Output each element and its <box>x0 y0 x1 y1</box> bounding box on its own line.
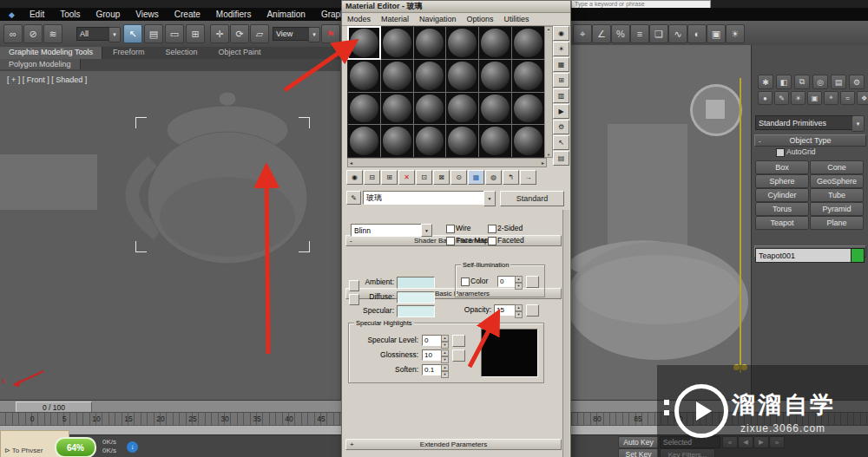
perspective-viewport[interactable] <box>570 45 751 401</box>
menu-modifiers[interactable]: Modifiers <box>208 10 260 19</box>
glossiness-map-button[interactable] <box>452 349 465 362</box>
sample-slot[interactable] <box>479 125 511 157</box>
glossiness-spinner[interactable]: ▲▼ <box>441 349 449 363</box>
sample-slot[interactable] <box>479 60 511 92</box>
tab-polygon-modeling[interactable]: Polygon Modeling <box>0 59 81 69</box>
auto-key-button[interactable]: Auto Key <box>618 436 659 448</box>
cylinder-button[interactable]: Cylinder <box>755 188 809 202</box>
box-button[interactable]: Box <box>755 160 809 174</box>
put-material-to-scene-icon[interactable]: ⊟ <box>364 170 380 185</box>
faceted-checkbox[interactable] <box>488 237 496 245</box>
material-editor-titlebar[interactable]: Material Editor - 玻璃 <box>342 1 570 13</box>
material-name-arrow-icon[interactable]: ▼ <box>483 191 496 206</box>
sample-slot[interactable] <box>479 93 511 125</box>
material-type-button[interactable]: Standard <box>500 191 564 206</box>
front-viewport[interactable]: [ + ] [ Front ] [ Shaded ] x <box>0 71 340 400</box>
tube-button[interactable]: Tube <box>810 188 864 202</box>
render-production-icon[interactable]: ☀ <box>726 24 745 43</box>
hierarchy-tab-icon[interactable]: ⧉ <box>794 75 810 89</box>
menu-edit[interactable]: Edit <box>22 10 52 19</box>
sample-slot[interactable] <box>348 27 380 59</box>
geosphere-button[interactable]: GeoSphere <box>810 174 864 188</box>
tab-object-paint[interactable]: Object Paint <box>207 47 271 59</box>
curve-editor-icon[interactable]: ∿ <box>668 24 687 43</box>
sample-slot[interactable] <box>381 60 413 92</box>
extended-parameters-rollout[interactable]: + Extended Parameters <box>345 439 562 450</box>
app-menu-icon[interactable]: ◆ <box>9 10 15 19</box>
sample-slot[interactable] <box>381 93 413 125</box>
snaps-toggle-icon[interactable]: ⌖ <box>573 24 592 43</box>
plane-button[interactable]: Plane <box>810 216 864 230</box>
sample-slot[interactable] <box>512 60 544 92</box>
space-warps-icon[interactable]: ≈ <box>840 91 855 105</box>
menu-animation[interactable]: Animation <box>259 10 312 19</box>
pick-material-eyedropper-icon[interactable]: ✎ <box>346 191 361 205</box>
select-object-icon[interactable]: ↖ <box>123 24 142 43</box>
torus-button[interactable]: Torus <box>755 202 809 216</box>
two-sided-checkbox[interactable] <box>488 225 496 233</box>
layer-manager-icon[interactable]: ❏ <box>649 24 668 43</box>
tab-freeform[interactable]: Freeform <box>102 47 155 59</box>
specular-level-value[interactable]: 0 <box>422 335 443 346</box>
window-crossing-icon[interactable]: ⊞ <box>186 24 205 43</box>
shader-type-arrow-icon[interactable]: ▼ <box>421 224 432 237</box>
display-tab-icon[interactable]: ▤ <box>831 75 846 89</box>
show-end-result-icon[interactable]: ◍ <box>485 170 502 185</box>
scroll-down-icon[interactable]: ▼ <box>547 153 550 157</box>
sample-slot[interactable] <box>348 93 380 125</box>
named-selection-icon[interactable]: ⚑ <box>321 24 340 43</box>
viewport-label[interactable]: [ + ] [ Front ] [ Shaded ] <box>7 75 87 84</box>
autogrid-checkbox[interactable] <box>776 148 785 157</box>
helpers-icon[interactable]: ⌖ <box>824 91 838 105</box>
material-editor-icon[interactable]: ◐ <box>687 24 707 43</box>
opacity-value[interactable]: 15 <box>494 304 516 316</box>
sample-uv-tiling-icon[interactable]: ⊞ <box>553 73 569 88</box>
glossiness-value[interactable]: 10 <box>422 349 443 361</box>
menu-material[interactable]: Material <box>376 15 414 23</box>
cameras-icon[interactable]: ▣ <box>807 91 822 105</box>
angle-snap-icon[interactable]: ∠ <box>592 24 611 43</box>
scroll-up-icon[interactable]: ▲ <box>547 27 550 31</box>
menu-group[interactable]: Group <box>89 10 128 19</box>
tab-graphite-modeling-tools[interactable]: Graphite Modeling Tools <box>0 47 102 59</box>
geometry-icon[interactable]: ● <box>758 91 773 105</box>
make-material-copy-icon[interactable]: ⊡ <box>416 170 432 185</box>
sample-slot[interactable] <box>479 27 511 59</box>
sample-slot[interactable] <box>512 125 544 157</box>
slots-horizontal-scrollbar[interactable]: ◄ ► <box>347 158 547 167</box>
systems-icon[interactable]: ❖ <box>857 91 868 105</box>
put-to-library-icon[interactable]: ⊠ <box>433 170 450 185</box>
menu-utilities[interactable]: Utilities <box>499 15 535 23</box>
slots-vertical-scrollbar[interactable]: ▲ ▼ <box>544 26 553 158</box>
progress-badge[interactable]: 64% <box>55 437 96 457</box>
shader-type-dropdown[interactable]: Blinn <box>351 224 424 237</box>
parameters-scrollbar[interactable] <box>562 210 569 457</box>
opacity-spinner[interactable]: ▲▼ <box>515 304 523 318</box>
go-to-parent-icon[interactable]: ↰ <box>503 170 519 185</box>
motion-tab-icon[interactable]: ◎ <box>812 75 828 89</box>
select-by-name-icon[interactable]: ▤ <box>144 24 163 43</box>
sample-slot[interactable] <box>348 125 380 157</box>
shapes-icon[interactable]: ✎ <box>774 91 789 105</box>
opacity-map-button[interactable] <box>526 304 539 317</box>
selection-region-icon[interactable]: ▭ <box>165 24 184 43</box>
teapot-object-right[interactable] <box>570 210 751 366</box>
soften-value[interactable]: 0.1 <box>422 364 443 375</box>
options-icon[interactable]: ⚙ <box>553 120 569 134</box>
sample-slot[interactable] <box>414 60 446 92</box>
teapot-object[interactable] <box>122 87 321 269</box>
self-illum-value[interactable]: 0 <box>497 276 516 287</box>
menu-modes[interactable]: Modes <box>342 15 376 23</box>
align-icon[interactable]: ≡ <box>630 24 649 43</box>
teapot-button[interactable]: Teapot <box>755 216 809 230</box>
sample-slot[interactable] <box>414 27 446 59</box>
specular-color-swatch[interactable] <box>397 305 435 317</box>
sample-slot[interactable] <box>414 125 446 157</box>
modify-tab-icon[interactable]: ◧ <box>776 75 792 89</box>
self-illum-color-checkbox[interactable] <box>461 277 470 286</box>
sample-slot[interactable] <box>348 60 380 92</box>
specular-level-spinner[interactable]: ▲▼ <box>441 335 449 349</box>
scroll-left-icon[interactable]: ◄ <box>349 160 353 166</box>
sample-slot[interactable] <box>446 60 478 92</box>
sphere-button[interactable]: Sphere <box>755 174 809 188</box>
